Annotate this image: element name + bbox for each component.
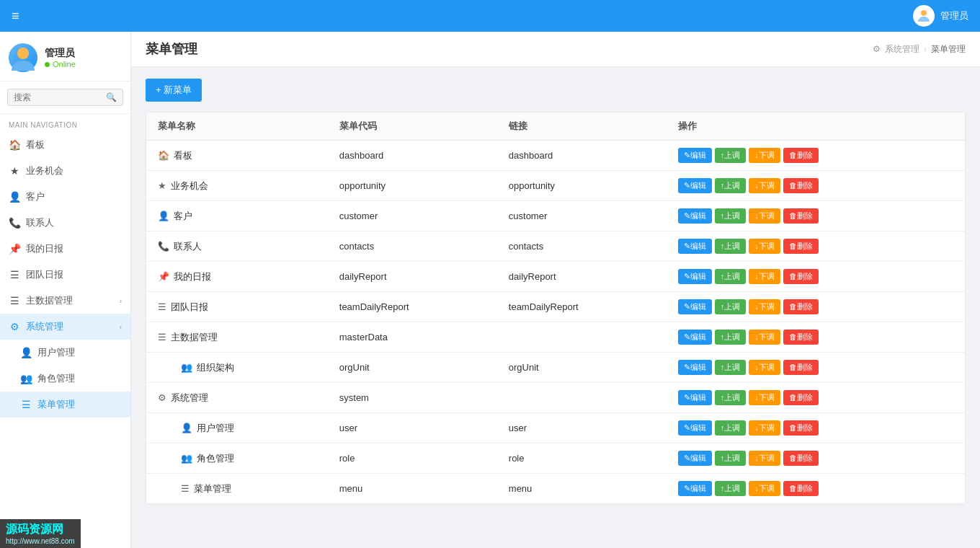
row-icon: ☰ [158,332,166,342]
delete-button[interactable]: 🗑删除 [783,239,819,254]
cell-name: 👥 组织架构 [146,353,328,383]
up-button[interactable]: ↑上调 [715,269,747,284]
row-name-text: 用户管理 [197,422,234,435]
edit-button[interactable]: ✎编辑 [678,148,712,163]
cell-name: ⚙ 系统管理 [146,383,328,413]
page-title: 菜单管理 [146,40,197,58]
delete-button[interactable]: 🗑删除 [783,360,819,375]
down-button[interactable]: ↓下调 [749,360,780,375]
table-row: 👤 客户 customer customer ✎编辑 ↑上调 ↓下调 🗑删除 [146,201,965,231]
down-button[interactable]: ↓下调 [749,269,780,284]
delete-button[interactable]: 🗑删除 [783,390,819,405]
down-button[interactable]: ↓下调 [749,299,780,314]
nav-item-system[interactable]: ⚙ 系统管理 ‹ [0,314,130,340]
search-box: 🔍 [7,89,123,106]
status-dot [45,62,50,67]
delete-button[interactable]: 🗑删除 [783,420,819,436]
up-button[interactable]: ↑上调 [715,481,747,496]
edit-button[interactable]: ✎编辑 [678,481,712,496]
row-name-text: 角色管理 [197,452,234,465]
cell-actions: ✎编辑 ↑上调 ↓下调 🗑删除 [667,322,965,353]
up-button[interactable]: ↑上调 [715,299,747,314]
up-button[interactable]: ↑上调 [715,451,747,466]
nav-item-teamdailyreport[interactable]: ☰ 团队日报 [0,262,130,288]
table-row: 👥 组织架构 orgUnit orgUnit ✎编辑 ↑上调 ↓下调 🗑删除 [146,353,965,383]
delete-button[interactable]: 🗑删除 [783,269,819,284]
down-button[interactable]: ↓下调 [749,208,780,224]
down-button[interactable]: ↓下调 [749,420,780,436]
up-button[interactable]: ↑上调 [715,178,747,193]
up-button[interactable]: ↑上调 [715,208,747,224]
nav-item-customer[interactable]: 👤 客户 [0,184,130,210]
nav-label-dailyreport: 我的日报 [26,242,63,255]
nav-item-menu[interactable]: ☰ 菜单管理 [0,392,130,417]
cell-name: 👤 用户管理 [146,413,328,443]
cell-name: ☰ 团队日报 [146,292,328,322]
delete-button[interactable]: 🗑删除 [783,299,819,314]
edit-button[interactable]: ✎编辑 [678,330,712,345]
cell-name: ☰ 主数据管理 [146,322,328,353]
cell-code: opportunity [328,171,497,201]
cell-actions: ✎编辑 ↑上调 ↓下调 🗑删除 [667,231,965,262]
cell-actions: ✎编辑 ↑上调 ↓下调 🗑删除 [667,413,965,443]
cell-link [497,322,667,353]
down-button[interactable]: ↓下调 [749,451,780,466]
delete-button[interactable]: 🗑删除 [783,451,819,466]
customer-icon: 👤 [9,191,20,203]
up-button[interactable]: ↑上调 [715,390,747,405]
row-name-text: 我的日报 [174,270,211,283]
edit-button[interactable]: ✎编辑 [678,360,712,375]
down-button[interactable]: ↓下调 [749,390,780,405]
delete-button[interactable]: 🗑删除 [783,481,819,496]
nav-item-dashboard[interactable]: 🏠 看板 [0,132,130,158]
cell-code: contacts [328,231,497,262]
down-button[interactable]: ↓下调 [749,239,780,254]
edit-button[interactable]: ✎编辑 [678,208,712,224]
nav-item-role[interactable]: 👥 角色管理 [0,366,130,392]
down-button[interactable]: ↓下调 [749,330,780,345]
nav-item-contacts[interactable]: 📞 联系人 [0,210,130,236]
table-row: 📞 联系人 contacts contacts ✎编辑 ↑上调 ↓下调 🗑删除 [146,231,965,262]
search-input[interactable] [14,92,102,102]
up-button[interactable]: ↑上调 [715,239,747,254]
delete-button[interactable]: 🗑删除 [783,148,819,163]
up-button[interactable]: ↑上调 [715,420,747,436]
breadcrumb-parent[interactable]: 系统管理 [885,43,919,56]
nav-item-user[interactable]: 👤 用户管理 [0,340,130,366]
cell-link: teamDailyReport [497,292,667,322]
delete-button[interactable]: 🗑删除 [783,208,819,224]
cell-name: ☰ 菜单管理 [146,474,328,504]
nav-item-dailyreport[interactable]: 📌 我的日报 [0,236,130,262]
nav-label-menu: 菜单管理 [37,398,75,411]
down-button[interactable]: ↓下调 [749,481,780,496]
nav-label-customer: 客户 [26,190,45,203]
delete-button[interactable]: 🗑删除 [783,330,819,345]
edit-button[interactable]: ✎编辑 [678,239,712,254]
cell-actions: ✎编辑 ↑上调 ↓下调 🗑删除 [667,201,965,231]
cell-actions: ✎编辑 ↑上调 ↓下调 🗑删除 [667,474,965,504]
up-button[interactable]: ↑上调 [715,360,747,375]
row-name-text: 看板 [174,149,192,162]
edit-button[interactable]: ✎编辑 [678,420,712,436]
cell-code: customer [328,201,497,231]
down-button[interactable]: ↓下调 [749,148,780,163]
sidebar-search: 🔍 [0,81,130,114]
edit-button[interactable]: ✎编辑 [678,178,712,193]
edit-button[interactable]: ✎编辑 [678,299,712,314]
menu-table-wrap: 菜单名称 菜单代码 链接 操作 🏠 看板 dashboard dashboard… [146,112,966,504]
edit-button[interactable]: ✎编辑 [678,451,712,466]
up-button[interactable]: ↑上调 [715,148,747,163]
down-button[interactable]: ↓下调 [749,178,780,193]
table-row: 🏠 看板 dashboard dashboard ✎编辑 ↑上调 ↓下调 🗑删除 [146,141,965,171]
main-layout: 管理员 Online 🔍 MAIN NAVIGATION 🏠 看板 ★ 业务机会 [0,32,980,548]
edit-button[interactable]: ✎编辑 [678,390,712,405]
delete-button[interactable]: 🗑删除 [783,178,819,193]
nav-item-opportunity[interactable]: ★ 业务机会 [0,158,130,184]
masterdata-arrow: › [120,297,122,305]
up-button[interactable]: ↑上调 [715,330,747,345]
add-menu-button[interactable]: + 新菜单 [146,79,202,102]
menu-toggle[interactable]: ≡ [12,9,19,24]
nav-section-label: MAIN NAVIGATION [0,114,130,132]
nav-item-masterdata[interactable]: ☰ 主数据管理 › [0,288,130,314]
edit-button[interactable]: ✎编辑 [678,269,712,284]
